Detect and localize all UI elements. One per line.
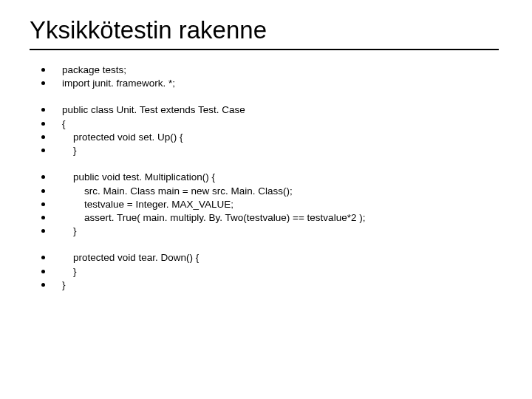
slide-title: Yksikkötestin rakenne [30, 16, 502, 44]
code-line: protected void set. Up() { [35, 131, 502, 144]
code-line: } [35, 279, 502, 292]
code-line: public class Unit. Test extends Test. Ca… [35, 103, 502, 117]
code-line: protected void tear. Down() { [35, 251, 502, 265]
code-line: { [35, 117, 502, 131]
slide: Yksikkötestin rakenne package tests;impo… [0, 0, 532, 399]
code-line: package tests; [35, 64, 502, 77]
group-gap [35, 90, 502, 103]
code-line: public void test. Multiplication() { [35, 171, 502, 184]
code-bullet-list: package tests;import junit. framework. *… [35, 64, 502, 292]
code-line: assert. True( main. multiply. By. Two(te… [35, 211, 502, 225]
code-line: } [35, 144, 502, 157]
code-line: import junit. framework. *; [35, 77, 502, 90]
title-underline [30, 49, 499, 50]
code-line: testvalue = Integer. MAX_VALUE; [35, 198, 502, 211]
code-line: } [35, 265, 502, 279]
group-gap [35, 238, 502, 251]
code-line: } [35, 225, 502, 238]
code-line: src. Main. Class main = new src. Main. C… [35, 185, 502, 198]
group-gap [35, 157, 502, 171]
